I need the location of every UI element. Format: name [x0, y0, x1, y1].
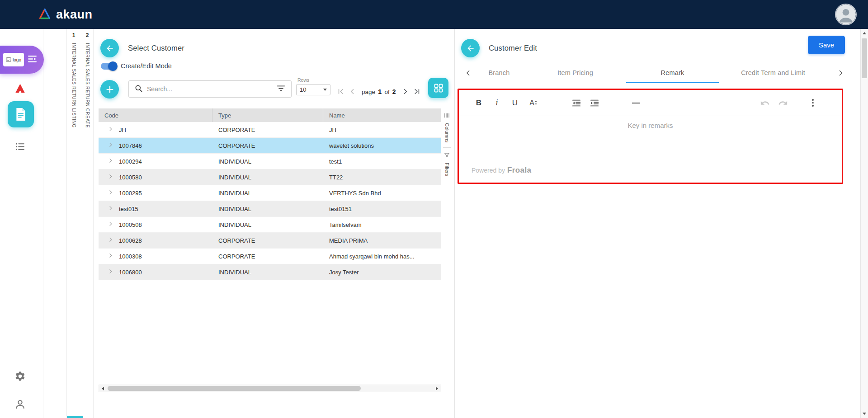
vertical-scrollbar-thumb[interactable]	[862, 38, 867, 78]
more-toolbar-options-button[interactable]	[804, 94, 822, 112]
row-expand-chevron-icon[interactable]	[108, 237, 113, 244]
row-name: test1	[323, 158, 441, 165]
columns-tab[interactable]: Columns	[444, 123, 450, 142]
filters-funnel-icon	[444, 152, 450, 160]
next-page-button[interactable]	[399, 85, 411, 98]
settings-gear-icon[interactable]	[0, 371, 40, 384]
scroll-right-arrow-icon[interactable]	[433, 385, 441, 392]
column-header-name[interactable]: Name	[323, 108, 441, 122]
editor-placeholder: Key in remarks	[459, 122, 842, 129]
row-expand-chevron-icon[interactable]	[108, 142, 113, 149]
search-box	[128, 80, 292, 98]
left-panel-title: Select Customer	[128, 44, 184, 52]
search-icon	[134, 84, 143, 94]
row-type: CORPORATE	[212, 142, 323, 149]
row-code: 1006800	[119, 269, 142, 276]
tenant-logo-box[interactable]: logo	[0, 46, 44, 74]
row-expand-chevron-icon[interactable]	[108, 158, 113, 165]
applet-tab-strip: 1 INTERNAL SALES RETURN LISTING 2 INTERN…	[66, 29, 94, 418]
tabs-scroll-left-icon[interactable]	[463, 66, 473, 79]
toggle-knob	[108, 61, 118, 71]
scroll-up-arrow-icon[interactable]	[861, 29, 868, 37]
edit-tab[interactable]: Item Pricing	[524, 63, 626, 83]
rows-per-page-select[interactable]: 10	[296, 84, 330, 95]
applet-tab-create[interactable]: 2 INTERNAL SALES RETURN CREATE	[80, 29, 94, 418]
first-page-button[interactable]	[335, 85, 346, 98]
row-expand-chevron-icon[interactable]	[108, 174, 113, 181]
user-avatar[interactable]	[836, 5, 856, 24]
underline-button[interactable]: U	[506, 94, 524, 112]
undo-button[interactable]	[756, 94, 774, 112]
redo-button[interactable]	[774, 94, 792, 112]
table-row[interactable]: 1000294 INDIVIDUAL test1	[99, 154, 441, 169]
row-expand-chevron-icon[interactable]	[108, 221, 113, 228]
row-expand-chevron-icon[interactable]	[108, 205, 113, 212]
italic-button[interactable]: i	[488, 94, 506, 112]
column-header-code[interactable]: Code	[99, 108, 212, 122]
row-code: 1000308	[119, 253, 142, 260]
row-type: INDIVIDUAL	[212, 158, 323, 165]
app-icon-red[interactable]	[0, 82, 40, 96]
horizontal-line-button[interactable]	[627, 94, 645, 112]
list-menu-icon[interactable]	[0, 141, 40, 154]
search-input[interactable]	[147, 85, 272, 93]
remark-editor-area[interactable]: Key in remarks Powered by Froala	[459, 116, 842, 182]
table-horizontal-scrollbar[interactable]	[99, 385, 441, 392]
rows-per-page-control: Rows 10	[296, 77, 330, 95]
indent-button[interactable]	[585, 94, 604, 112]
applet-grid-button[interactable]	[428, 78, 448, 98]
row-code: test015	[119, 206, 138, 212]
row-expand-chevron-icon[interactable]	[108, 189, 113, 197]
applet-tab-listing[interactable]: 1 INTERNAL SALES RETURN LISTING	[67, 29, 80, 418]
table-row[interactable]: 1000580 INDIVIDUAL TT22	[99, 169, 441, 185]
scroll-down-arrow-icon[interactable]	[861, 410, 868, 418]
tab-label: Branch	[488, 69, 509, 76]
row-name: TT22	[323, 174, 441, 181]
table-row[interactable]: 1006800 INDIVIDUAL Josy Tester	[99, 264, 441, 280]
more-text-options-button[interactable]: A	[524, 94, 542, 112]
horizontal-scrollbar-thumb[interactable]	[108, 386, 361, 391]
invoice-document-icon	[15, 108, 27, 121]
table-row[interactable]: test015 INDIVIDUAL test0151	[99, 201, 441, 217]
redo-icon	[778, 98, 788, 108]
outdent-button[interactable]	[567, 94, 585, 112]
sidebar-collapse-icon[interactable]	[27, 53, 38, 66]
sales-document-applet-button[interactable]	[8, 101, 34, 127]
edit-tab[interactable]: Remark	[626, 63, 719, 83]
divider	[443, 147, 451, 148]
profile-person-icon[interactable]	[0, 399, 40, 412]
add-customer-button[interactable]	[100, 80, 119, 99]
froala-attribution: Powered by Froala	[472, 166, 531, 175]
table-row[interactable]: 1000308 CORPORATE Ahmad syarqawi bin moh…	[99, 249, 441, 264]
back-button-right-panel[interactable]	[461, 39, 480, 57]
table-row[interactable]: 1000295 INDIVIDUAL VERTHYS Sdn Bhd	[99, 185, 441, 201]
tab-label: Remark	[661, 69, 684, 76]
row-name: wavelet solutions	[323, 142, 441, 149]
save-button[interactable]: Save	[808, 36, 845, 54]
row-type: INDIVIDUAL	[212, 269, 323, 276]
edit-tab[interactable]: Branch	[474, 63, 524, 83]
bold-button[interactable]: B	[470, 94, 488, 112]
row-expand-chevron-icon[interactable]	[108, 268, 113, 276]
horizontal-line-icon	[632, 103, 640, 103]
table-row[interactable]: 1000508 INDIVIDUAL Tamilselvam	[99, 217, 441, 233]
table-side-tools: Columns Filters	[442, 108, 452, 176]
row-name: Tamilselvam	[323, 221, 441, 228]
table-row[interactable]: JH CORPORATE JH	[99, 122, 441, 138]
scroll-left-arrow-icon[interactable]	[99, 385, 107, 392]
table-row[interactable]: 1000628 CORPORATE MEDIA PRIMA	[99, 233, 441, 249]
edit-tab[interactable]: Credit Term and Limit	[719, 63, 827, 83]
table-row[interactable]: 1007846 CORPORATE wavelet solutions	[99, 138, 441, 154]
tabs-scroll-right-icon[interactable]	[835, 66, 845, 79]
row-name: VERTHYS Sdn Bhd	[323, 190, 441, 197]
column-header-type[interactable]: Type	[212, 108, 323, 122]
row-expand-chevron-icon[interactable]	[108, 253, 113, 260]
window-vertical-scrollbar[interactable]	[860, 29, 868, 418]
create-edit-mode-toggle[interactable]	[101, 63, 116, 70]
last-page-button[interactable]	[411, 85, 423, 98]
filter-list-icon[interactable]	[276, 84, 286, 95]
back-button-left-panel[interactable]	[100, 39, 119, 57]
filters-tab[interactable]: Filters	[444, 163, 450, 176]
prev-page-button[interactable]	[346, 85, 358, 98]
row-expand-chevron-icon[interactable]	[108, 126, 113, 133]
